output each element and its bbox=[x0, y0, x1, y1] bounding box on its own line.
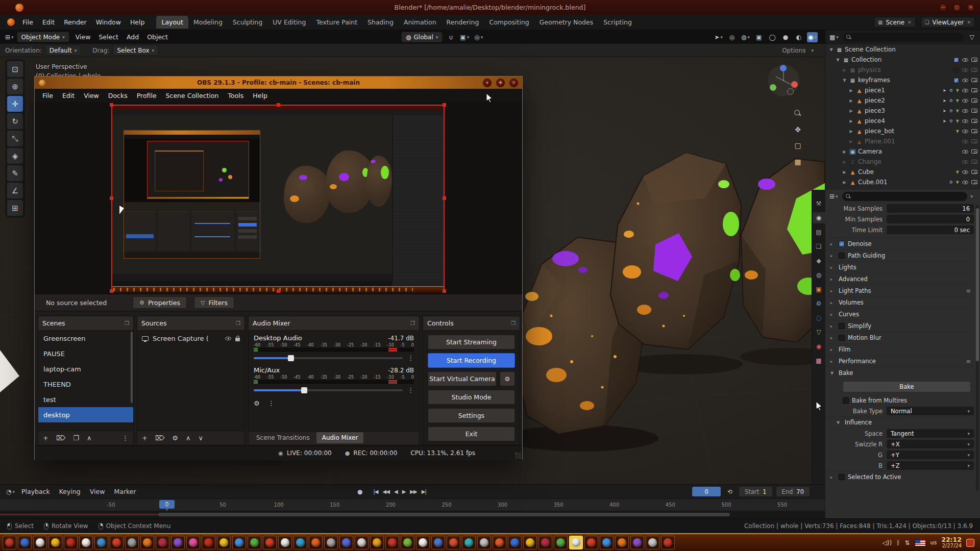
timeline-menu-playback[interactable]: Playback bbox=[17, 486, 55, 497]
taskbar-app-39[interactable] bbox=[584, 536, 598, 549]
outliner-item-piece4[interactable]: ▶▲piece4➤⚙▼ bbox=[825, 116, 980, 126]
camera-visibility-icon[interactable] bbox=[971, 58, 977, 62]
workspace-tab-texture-paint[interactable]: Texture Paint bbox=[311, 16, 362, 29]
space-dropdown[interactable]: Tangent▾ bbox=[887, 429, 974, 438]
start-recording-button[interactable]: Start Recording bbox=[428, 353, 515, 368]
camera-visibility-icon[interactable] bbox=[971, 68, 977, 72]
outliner-item-collection[interactable]: ▼▦Collection✓ bbox=[825, 55, 980, 65]
camera-view-icon[interactable]: ▢ bbox=[791, 139, 804, 152]
network-icon[interactable]: ⇅ bbox=[904, 539, 910, 546]
taskbar-app-14[interactable] bbox=[202, 536, 215, 549]
expand-arrow-icon[interactable]: ▸ bbox=[830, 347, 836, 352]
transport-2-icon[interactable]: ◀ bbox=[394, 489, 398, 494]
select-box-tool[interactable]: ⊡ bbox=[7, 61, 23, 77]
taskbar-app-24[interactable] bbox=[355, 536, 369, 549]
timeline-menu-marker[interactable]: Marker bbox=[109, 486, 140, 497]
expand-arrow-icon[interactable]: ▶ bbox=[842, 68, 847, 72]
end-frame-field[interactable]: End70 bbox=[776, 487, 810, 496]
taskbar-app-17[interactable] bbox=[248, 536, 261, 549]
workspace-tab-geometry-nodes[interactable]: Geometry Nodes bbox=[534, 16, 598, 29]
blender-menu-icon[interactable] bbox=[7, 18, 15, 26]
taskbar-app-28[interactable] bbox=[416, 536, 430, 549]
panel-influence[interactable]: ▼ Influence bbox=[827, 416, 974, 428]
taskbar-app-23[interactable] bbox=[339, 536, 353, 549]
checkbox-icon[interactable] bbox=[839, 253, 845, 259]
taskbar-app-38[interactable] bbox=[569, 536, 583, 549]
property-value-min-samples[interactable]: 0 bbox=[887, 215, 974, 223]
outliner-item-piece3[interactable]: ▶▲piece3➤⚙▼ bbox=[825, 106, 980, 116]
expand-arrow-icon[interactable]: ▶ bbox=[842, 180, 847, 185]
volume-slider[interactable] bbox=[254, 389, 403, 391]
taskbar-app-13[interactable] bbox=[186, 536, 200, 549]
menubar-item-render[interactable]: Render bbox=[59, 16, 91, 28]
bake-type-dropdown[interactable]: Normal▾ bbox=[887, 407, 974, 415]
orientation-dropdown[interactable]: Default▾ bbox=[45, 45, 81, 56]
timeline-menu-keying[interactable]: Keying bbox=[55, 486, 85, 497]
studio-mode-button[interactable]: Studio Mode bbox=[428, 390, 515, 405]
dock-popout-icon[interactable]: ❐ bbox=[410, 320, 415, 326]
workspace-tab-shading[interactable]: Shading bbox=[362, 16, 399, 29]
collapse-arrow-icon[interactable]: ▼ bbox=[830, 371, 836, 375]
mixer-menu-icon[interactable]: ⋮ bbox=[268, 399, 275, 407]
panel-path-guiding[interactable]: ▸Path Guiding bbox=[827, 249, 974, 261]
eye-icon[interactable] bbox=[962, 119, 968, 123]
drag-dropdown[interactable]: Select Box▾ bbox=[112, 45, 159, 56]
mode-dropdown[interactable]: Object Mode▾ bbox=[17, 32, 69, 42]
editor-type-icon[interactable]: ⊞▾ bbox=[4, 32, 15, 42]
obs-menu-help[interactable]: Help bbox=[248, 90, 272, 102]
current-frame-field[interactable]: 0 bbox=[692, 487, 721, 496]
shading-wireframe-icon[interactable]: ◯ bbox=[767, 32, 777, 42]
expand-arrow-icon[interactable]: ▸ bbox=[830, 324, 836, 329]
scene-item-pause[interactable]: PAUSE bbox=[38, 346, 133, 361]
move-source-down-icon[interactable]: ∨ bbox=[198, 434, 203, 442]
obs-titlebar[interactable]: OBS 29.1.3 - Profile: cb-main - Scenes: … bbox=[35, 77, 522, 89]
timeline-menu-view[interactable]: View bbox=[85, 486, 110, 497]
camera-visibility-icon[interactable] bbox=[971, 78, 977, 82]
snap-magnet-icon[interactable]: ∪ bbox=[446, 32, 456, 42]
scene-item-greenscreen[interactable]: Greenscreen bbox=[38, 331, 133, 346]
taskbar-app-22[interactable] bbox=[324, 536, 338, 549]
outliner-item-plane-001[interactable]: ▶▲Plane.001 bbox=[825, 136, 980, 146]
dock-tab-scene-transitions[interactable]: Scene Transitions bbox=[251, 432, 315, 443]
source-filters-button[interactable]: ▽ Filters bbox=[194, 296, 234, 309]
panel-menu-icon[interactable]: ≡ bbox=[966, 288, 971, 294]
obs-menu-file[interactable]: File bbox=[38, 90, 58, 102]
expand-arrow-icon[interactable]: ▶ bbox=[848, 119, 854, 123]
properties-tab-scene[interactable]: ◆ bbox=[813, 255, 825, 266]
workspace-tab-compositing[interactable]: Compositing bbox=[484, 16, 534, 29]
swizzle-dropdown-b[interactable]: +Z▾ bbox=[887, 461, 974, 470]
taskbar-app-4[interactable] bbox=[48, 536, 62, 549]
stick-icon[interactable]: ✚ bbox=[496, 79, 505, 87]
expand-arrow-icon[interactable]: ▸ bbox=[830, 289, 836, 293]
taskbar-app-10[interactable] bbox=[140, 536, 154, 549]
panel-simplify[interactable]: ▸Simplify bbox=[827, 320, 974, 332]
scrollbar-thumb[interactable] bbox=[158, 513, 730, 516]
minimize-icon[interactable]: — bbox=[939, 4, 947, 12]
scrollbar[interactable] bbox=[976, 205, 979, 491]
camera-visibility-icon[interactable] bbox=[971, 129, 977, 133]
clock[interactable]: 22:12 2/27/24 bbox=[941, 537, 962, 549]
taskbar-app-19[interactable] bbox=[278, 536, 292, 549]
show-overlays-icon[interactable]: ◍▾ bbox=[740, 32, 751, 42]
remove-source-icon[interactable]: ⌦ bbox=[155, 434, 164, 442]
properties-tab-physics[interactable]: ◌ bbox=[813, 312, 825, 323]
viewport-menu-view[interactable]: View bbox=[71, 32, 95, 42]
start-frame-field[interactable]: Start1 bbox=[739, 487, 772, 496]
scrollbar[interactable] bbox=[131, 332, 133, 403]
selected-to-active-checkbox[interactable] bbox=[839, 474, 845, 480]
taskbar-app-20[interactable] bbox=[293, 536, 307, 549]
settings-button[interactable]: Settings bbox=[428, 408, 515, 423]
rotate-tool[interactable]: ↻ bbox=[7, 113, 23, 129]
transport-3-icon[interactable]: ▶ bbox=[402, 489, 406, 494]
outliner-item-keyframes[interactable]: ▼▦keyframes✓ bbox=[825, 75, 980, 85]
properties-tab-texture[interactable]: ▩ bbox=[813, 355, 825, 366]
transport-1-icon[interactable]: ◀◀ bbox=[383, 489, 389, 494]
scene-item-desktop[interactable]: desktop bbox=[38, 407, 133, 422]
outliner-item-cube[interactable]: ▶▲Cube▼ bbox=[825, 167, 980, 177]
lock-icon[interactable] bbox=[235, 338, 240, 341]
expand-arrow-icon[interactable]: ▸ bbox=[830, 312, 836, 317]
screen-capture-preview[interactable] bbox=[111, 105, 445, 291]
virtual-camera-settings-icon[interactable]: ⚙ bbox=[500, 371, 515, 386]
shading-material-icon[interactable]: ◐ bbox=[794, 32, 804, 42]
view-layer-selector[interactable]: ❏ ViewLayer ✕ bbox=[921, 17, 975, 28]
